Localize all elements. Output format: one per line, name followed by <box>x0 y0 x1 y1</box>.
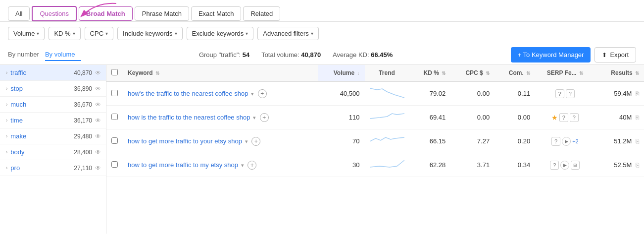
tab-phrase-match[interactable]: Phrase Match <box>135 6 189 21</box>
row-checkbox[interactable] <box>111 90 118 96</box>
eye-icon[interactable]: 👁 <box>95 133 101 140</box>
filter-kd[interactable]: KD % ▾ <box>49 27 80 40</box>
keyword-cell: how is the traffic to the nearest coffee… <box>123 106 318 129</box>
results-cell: 52.5M ⎘ <box>595 153 644 177</box>
chevron-down-icon: ▾ <box>37 31 39 36</box>
trend-cell <box>365 129 409 153</box>
view-by-volume[interactable]: By volume <box>45 49 81 61</box>
col-keyword[interactable]: Keyword ⇅ <box>123 65 318 81</box>
tab-questions[interactable]: Questions <box>32 6 77 21</box>
keyword-cell: how to get more traffic to your etsy sho… <box>123 129 318 153</box>
keyword-link[interactable]: how to get more traffic to your etsy sho… <box>128 137 242 145</box>
volume-cell: 30 <box>318 153 364 177</box>
filter-include-keywords[interactable]: Include keywords ▾ <box>117 27 182 40</box>
chevron-down-icon: ▾ <box>105 31 108 36</box>
serp-cell: ?? <box>535 81 595 106</box>
chevron-down-icon: ▾ <box>175 31 177 36</box>
copy-icon[interactable]: ⎘ <box>636 114 639 121</box>
stats-kd: Average KD: 66.45% <box>333 51 393 59</box>
keyword-cell: how's the traffic to the nearest coffee … <box>123 81 318 106</box>
kd-cell: 69.41 <box>409 106 451 129</box>
export-button[interactable]: ⬆ Export <box>594 47 636 62</box>
trend-cell <box>365 81 409 106</box>
com-cell: 0.20 <box>495 129 535 153</box>
row-checkbox[interactable] <box>111 137 118 144</box>
add-keyword-icon[interactable]: + <box>251 137 260 146</box>
com-cell: 0.34 <box>495 153 535 177</box>
tab-exact-match[interactable]: Exact Match <box>191 6 242 21</box>
keyword-link[interactable]: how to get more traffic to my etsy shop <box>128 161 238 169</box>
select-all-checkbox[interactable] <box>111 69 118 75</box>
eye-icon[interactable]: 👁 <box>95 69 101 76</box>
sidebar-item-traffic[interactable]: › traffic 40,870 👁 <box>0 65 106 81</box>
sort-icon: ⇅ <box>486 70 490 76</box>
keyword-cell: how to get more traffic to my etsy shop … <box>123 153 318 177</box>
sidebar-item-body[interactable]: › body 28,400 👁 <box>0 144 106 160</box>
col-kd[interactable]: KD % ⇅ <box>409 65 451 81</box>
sort-icon: ⇅ <box>635 70 639 76</box>
sidebar-item-stop[interactable]: › stop 36,890 👁 <box>0 81 106 97</box>
keyword-link[interactable]: how's the traffic to the nearest coffee … <box>128 90 248 97</box>
trend-cell <box>365 153 409 177</box>
serp-cell: ★?? <box>535 106 595 129</box>
add-keyword-icon[interactable]: + <box>258 89 267 98</box>
keyword-link[interactable]: how is the traffic to the nearest coffee… <box>128 114 250 121</box>
col-volume[interactable]: Volume ↓ <box>318 65 364 81</box>
col-cpc[interactable]: CPC $ ⇅ <box>450 65 495 81</box>
sidebar-item-pro[interactable]: › pro 27,110 👁 <box>0 160 106 176</box>
tab-broad-match[interactable]: Broad Match <box>79 6 133 21</box>
kd-cell: 79.02 <box>409 81 451 106</box>
kd-cell: 62.28 <box>409 153 451 177</box>
serp-play-icon: ▶ <box>562 137 571 146</box>
table-row: how's the traffic to the nearest coffee … <box>106 81 644 106</box>
keyword-table: Keyword ⇅ Volume ↓ Trend KD % ⇅ <box>106 65 644 177</box>
row-checkbox[interactable] <box>111 114 118 120</box>
copy-icon[interactable]: ⎘ <box>636 90 639 97</box>
eye-icon[interactable]: 👁 <box>95 165 101 172</box>
tab-related[interactable]: Related <box>243 6 280 21</box>
serp-q-icon: ? <box>559 113 568 122</box>
view-by-number[interactable]: By number <box>8 49 45 61</box>
eye-icon[interactable]: 👁 <box>95 149 101 156</box>
filter-volume[interactable]: Volume ▾ <box>8 27 45 40</box>
serp-q-icon: ? <box>555 89 564 98</box>
eye-icon[interactable]: 👁 <box>95 117 101 124</box>
export-icon: ⬆ <box>602 52 607 59</box>
add-keyword-icon[interactable]: + <box>260 113 269 122</box>
filter-cpc[interactable]: CPC ▾ <box>85 27 113 40</box>
keyword-manager-button[interactable]: + To Keyword Manager <box>511 47 591 62</box>
add-keyword-icon[interactable]: + <box>248 161 256 170</box>
col-com[interactable]: Com. ⇅ <box>495 65 535 81</box>
row-checkbox[interactable] <box>111 161 118 168</box>
expand-arrow-icon[interactable]: ▾ <box>241 162 244 168</box>
tab-all[interactable]: All <box>8 6 30 21</box>
expand-arrow-icon[interactable]: ▾ <box>253 115 256 121</box>
serp-q-icon: ? <box>566 89 575 98</box>
sidebar: › traffic 40,870 👁 › stop 36,890 👁 › muc… <box>0 65 106 234</box>
results-cell: 59.4M ⎘ <box>595 81 644 106</box>
filter-advanced[interactable]: Advanced filters ▾ <box>257 27 319 40</box>
expand-arrow-icon[interactable]: ▾ <box>245 138 248 144</box>
row-checkbox-cell <box>106 153 123 177</box>
col-results[interactable]: Results ⇅ <box>595 65 644 81</box>
eye-icon[interactable]: 👁 <box>95 85 101 92</box>
filter-exclude-keywords[interactable]: Exclude keywords ▾ <box>187 27 254 40</box>
row-checkbox-cell <box>106 129 123 153</box>
chevron-right-icon: › <box>6 133 7 139</box>
copy-icon[interactable]: ⎘ <box>636 162 639 169</box>
sort-icon: ⇅ <box>526 70 530 76</box>
eye-icon[interactable]: 👁 <box>95 101 101 108</box>
chevron-right-icon: › <box>6 165 7 171</box>
chevron-right-icon: › <box>6 102 7 107</box>
row-checkbox-cell <box>106 106 123 129</box>
tabs-bar: All Questions Broad Match Phrase Match E… <box>0 0 644 22</box>
volume-cell: 110 <box>318 106 364 129</box>
sidebar-item-make[interactable]: › make 29,480 👁 <box>0 128 106 144</box>
col-serp[interactable]: SERP Fe... ⇅ <box>535 65 595 81</box>
serp-play-icon: ▶ <box>560 161 569 170</box>
expand-arrow-icon[interactable]: ▾ <box>251 91 254 97</box>
sidebar-item-much[interactable]: › much 36,670 👁 <box>0 97 106 113</box>
copy-icon[interactable]: ⎘ <box>636 138 639 145</box>
sidebar-item-time[interactable]: › time 36,170 👁 <box>0 113 106 128</box>
table-row: how to get more traffic to my etsy shop … <box>106 153 644 177</box>
